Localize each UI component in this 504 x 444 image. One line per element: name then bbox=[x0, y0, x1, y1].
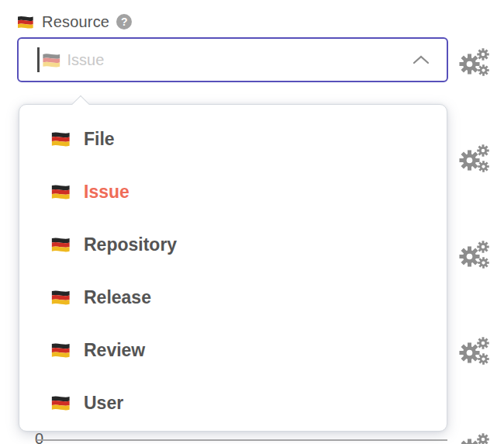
dropdown-item-label: User bbox=[84, 393, 123, 414]
dropdown-item-label: Release bbox=[84, 287, 151, 308]
help-icon[interactable]: ? bbox=[116, 14, 132, 29]
dropdown-item-label: Review bbox=[84, 340, 145, 361]
dropdown-item[interactable]: User bbox=[19, 376, 447, 429]
text-cursor bbox=[37, 47, 40, 72]
dropdown-item[interactable]: Issue bbox=[19, 165, 447, 218]
dropdown-item[interactable]: Release bbox=[19, 271, 447, 324]
dropdown-list: File Issue Repository Release Review Use… bbox=[19, 105, 447, 431]
german-flag-icon bbox=[50, 342, 72, 359]
gears-icon[interactable] bbox=[459, 241, 490, 270]
dropdown-item[interactable]: Review bbox=[19, 324, 447, 376]
german-flag-icon bbox=[50, 183, 72, 200]
gears-icon[interactable] bbox=[459, 337, 490, 366]
german-flag-icon bbox=[50, 394, 72, 411]
german-flag-icon bbox=[50, 130, 72, 147]
background-divider bbox=[36, 439, 447, 441]
dropdown-item[interactable]: File bbox=[19, 113, 447, 165]
combobox-placeholder: Issue bbox=[67, 51, 105, 69]
gears-icon[interactable] bbox=[459, 144, 490, 174]
dropdown-item-label: File bbox=[84, 129, 115, 150]
gears-icon[interactable] bbox=[459, 48, 490, 78]
german-flag-icon bbox=[42, 52, 62, 68]
dropdown-panel: File Issue Repository Release Review Use… bbox=[19, 104, 447, 432]
german-flag-icon bbox=[17, 15, 35, 29]
german-flag-icon bbox=[50, 289, 72, 306]
dropdown-item-label: Repository bbox=[84, 234, 177, 255]
partial-text: 0 bbox=[35, 430, 43, 444]
field-label-row: Resource ? bbox=[17, 12, 132, 32]
resource-combobox[interactable]: Issue bbox=[17, 37, 448, 82]
dropdown-item-label: Issue bbox=[84, 182, 129, 203]
chevron-up-icon[interactable] bbox=[413, 55, 430, 64]
field-label: Resource bbox=[42, 13, 109, 31]
dropdown-item[interactable]: Repository bbox=[19, 218, 447, 271]
german-flag-icon bbox=[50, 236, 72, 253]
gears-icon[interactable] bbox=[459, 433, 490, 444]
